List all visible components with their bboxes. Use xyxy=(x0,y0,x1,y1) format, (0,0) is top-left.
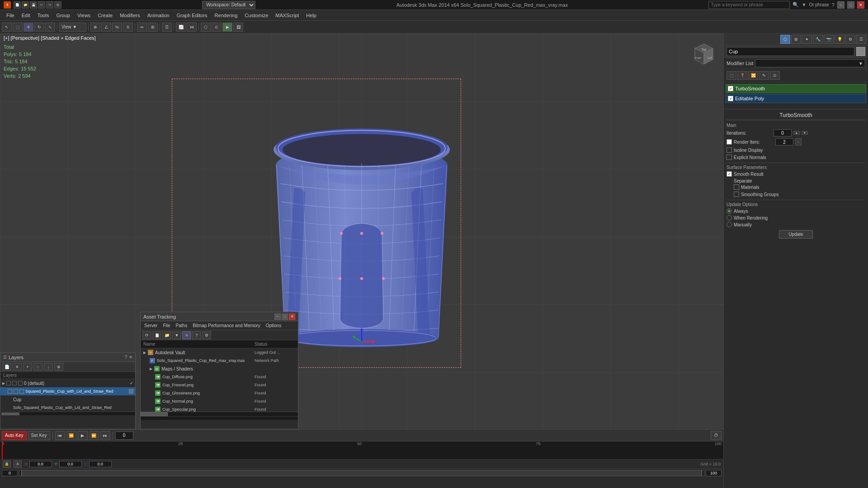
render-setup[interactable]: ⊙ xyxy=(212,23,222,32)
panel-icon-6[interactable]: 💡 xyxy=(835,35,844,44)
play-btn[interactable]: ▶ xyxy=(78,431,88,440)
ts-render-iters-input[interactable] xyxy=(775,138,793,145)
at-refresh-btn[interactable]: ⟳ xyxy=(142,331,151,339)
current-frame-input[interactable] xyxy=(115,432,133,440)
list-item[interactable]: ▶ M Maps / Shaders xyxy=(141,365,298,373)
layers-help-icon[interactable]: ? xyxy=(124,355,127,360)
ts-smoothing-check[interactable] xyxy=(734,192,739,197)
list-item[interactable]: Solo_Squared_Plastic_Cup_with_Lid_and_St… xyxy=(0,404,135,412)
menu-group[interactable]: Group xyxy=(52,12,74,19)
auto-key-btn[interactable]: Auto Key xyxy=(2,431,27,440)
search-icon[interactable]: 🔍 xyxy=(793,2,799,8)
at-folder-btn[interactable]: 📁 xyxy=(162,331,171,339)
start-frame[interactable] xyxy=(2,470,18,476)
mod-ep-checkbox[interactable]: ✓ xyxy=(728,96,733,101)
layers-add-btn[interactable]: 📄 xyxy=(2,363,11,371)
at-menu-options[interactable]: Options xyxy=(264,323,283,328)
modifier-list-dropdown[interactable]: ▼ xyxy=(755,59,865,67)
menu-customize[interactable]: Customize xyxy=(241,12,272,19)
new-btn[interactable]: 📄 xyxy=(14,1,21,9)
at-maximize-btn[interactable]: □ xyxy=(282,314,288,320)
list-item[interactable]: ▶ 0 (default) ✓ xyxy=(0,379,135,387)
ts-render-iters-check[interactable] xyxy=(726,139,732,145)
ts-iterations-spinner-down[interactable]: ▼ xyxy=(802,131,808,135)
redo-btn[interactable]: ↪ xyxy=(46,1,53,9)
viewport-label[interactable]: [+] [Perspective] [Shaded + Edged Faces] xyxy=(4,35,96,41)
render-frame-window[interactable]: 🖼 xyxy=(233,23,243,32)
panel-icon-1[interactable]: ⬡ xyxy=(780,35,790,44)
list-item[interactable]: 🗺 Cup_Diffuse.png Found xyxy=(141,373,298,381)
layers-close-icon[interactable]: ✕ xyxy=(129,355,132,360)
next-frame-btn[interactable]: ⏩ xyxy=(89,431,99,440)
at-menu-paths[interactable]: Paths xyxy=(174,323,189,328)
list-item[interactable]: ▶ V Autodesk Vault Logged Out ... xyxy=(141,348,298,357)
maximize-button[interactable]: □ xyxy=(847,1,854,9)
channel-btn-3[interactable]: 🔀 xyxy=(748,71,758,80)
channel-btn-1[interactable]: ⬚ xyxy=(726,71,736,80)
layers-select-btn[interactable]: ↑ xyxy=(33,363,42,371)
ts-manually-radio[interactable] xyxy=(726,222,732,227)
ts-explicit-check[interactable] xyxy=(726,155,732,160)
menu-animation[interactable]: Animation xyxy=(144,12,173,19)
rotate-tool[interactable]: ↻ xyxy=(34,23,44,32)
timeline-track[interactable]: 0 25 50 75 100 xyxy=(0,441,723,460)
set-key-btn[interactable]: Set Key xyxy=(28,431,50,440)
undo-btn[interactable]: ↩ xyxy=(38,1,45,9)
close-button[interactable]: ✕ xyxy=(857,1,864,9)
object-color[interactable] xyxy=(856,47,865,56)
channel-btn-2[interactable]: 📍 xyxy=(737,71,747,80)
mirror-tool[interactable]: ⇔ xyxy=(137,23,147,32)
percent-snap[interactable]: % xyxy=(112,23,122,32)
ts-materials-check[interactable] xyxy=(734,184,739,190)
move-tool[interactable]: ✛ xyxy=(24,23,33,32)
menu-rendering[interactable]: Rendering xyxy=(211,12,241,19)
ts-render-iters-spinner[interactable]: ⬦ xyxy=(795,138,802,145)
workspace-dropdown[interactable]: Workspace: Default xyxy=(202,1,255,9)
at-help-btn[interactable]: ? xyxy=(192,331,201,339)
play-end-btn[interactable]: ⏭ xyxy=(100,431,110,440)
viewport-cube[interactable]: Top Front Left xyxy=(688,37,720,69)
ts-update-button[interactable]: Update xyxy=(726,230,865,239)
menu-file[interactable]: File xyxy=(3,12,18,19)
object-name-field[interactable]: Cup xyxy=(726,47,854,56)
spinner-snap[interactable]: S xyxy=(123,23,133,32)
ts-when-rendering-radio[interactable] xyxy=(726,215,732,221)
menu-graph-editors[interactable]: Graph Editors xyxy=(173,12,211,19)
at-scrollbar-h[interactable] xyxy=(141,412,298,416)
modifier-turbosmooth[interactable]: ✓ TurboSmooth xyxy=(726,84,866,93)
help-icon[interactable]: ? xyxy=(832,2,835,8)
at-menu-server[interactable]: Server xyxy=(142,323,159,328)
menu-help[interactable]: Help xyxy=(302,12,320,19)
frame-range-track[interactable] xyxy=(19,470,704,476)
layers-freeze-btn[interactable]: ⊕ xyxy=(54,363,63,371)
menu-tools[interactable]: Tools xyxy=(34,12,53,19)
at-menu-file[interactable]: File xyxy=(161,323,172,328)
snap-toggle[interactable]: ⊕ xyxy=(90,23,100,32)
at-settings-btn[interactable]: ⚙ xyxy=(202,331,211,339)
list-item[interactable]: 🗺 Cup_Fresnel.png Found xyxy=(141,381,298,389)
schematic-view[interactable]: ⋈ xyxy=(187,23,197,32)
scale-tool[interactable]: ⤡ xyxy=(45,23,55,32)
select-region[interactable]: ⬚ xyxy=(13,23,23,32)
at-filter-btn[interactable]: ▼ xyxy=(172,331,181,339)
panel-icon-2[interactable]: ⊞ xyxy=(791,35,801,44)
list-item[interactable]: Squared_Plastic_Cup_with_Lid_and_Straw_R… xyxy=(0,387,135,395)
play-back-btn[interactable]: ⏮ xyxy=(55,431,65,440)
at-close-btn[interactable]: ✕ xyxy=(289,314,295,320)
layers-scrollbar[interactable] xyxy=(0,412,135,415)
mode-btn[interactable]: ⊞ xyxy=(54,1,61,9)
y-coord[interactable]: Y: xyxy=(55,461,82,467)
layers-hide-btn[interactable]: ↓ xyxy=(44,363,53,371)
menu-views[interactable]: Views xyxy=(74,12,94,19)
channel-btn-5[interactable]: ⊙ xyxy=(770,71,780,80)
ts-iterations-spinner-up[interactable]: ▲ xyxy=(793,131,800,135)
reference-coord[interactable]: View ▼ xyxy=(59,23,86,32)
menu-create[interactable]: Create xyxy=(94,12,116,19)
at-minimize-btn[interactable]: − xyxy=(274,314,281,320)
modifier-editable-poly[interactable]: ✓ Editable Poly xyxy=(726,94,866,103)
layers-delete-btn[interactable]: ✕ xyxy=(13,363,22,371)
ts-iterations-input[interactable] xyxy=(774,129,792,136)
list-item[interactable]: 🗺 Cup_Specular.png Found xyxy=(141,405,298,412)
menu-maxscript[interactable]: MAXScript xyxy=(272,12,302,19)
update-btn[interactable]: Update xyxy=(779,230,812,239)
